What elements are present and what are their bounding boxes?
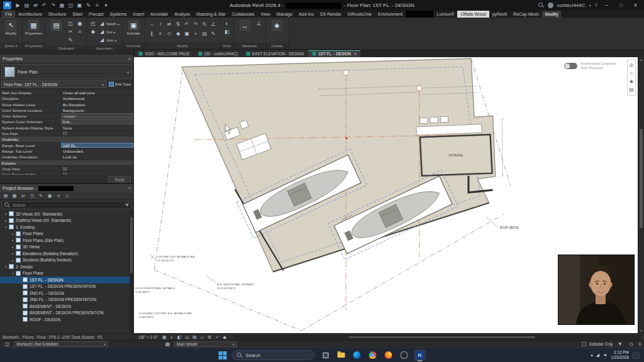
expander-icon[interactable] (11, 232, 15, 236)
cope-icon[interactable]: ◰ (89, 20, 97, 28)
toolbar-icon[interactable]: ▦ (161, 334, 168, 340)
browser-search[interactable]: Search (2, 201, 131, 209)
expander-icon[interactable] (4, 265, 8, 268)
ribbon-tab[interactable]: Lumion® (433, 11, 457, 18)
survey-point[interactable] (346, 138, 348, 140)
ribbon-tab[interactable]: Add-Ins (296, 11, 317, 18)
property-row[interactable]: Range: Base Level1ST FL. (0, 143, 133, 148)
scroll-up-icon[interactable]: ▲ (638, 58, 644, 62)
toolbar-icon[interactable]: ▾ (102, 1, 110, 9)
ribbon-tab[interactable]: pyRevit (489, 11, 510, 18)
property-row[interactable]: System Color SchemesEdit... (0, 119, 133, 124)
toolbar-icon[interactable]: ▶ (14, 1, 22, 9)
type-selector-chevron-icon[interactable] (127, 70, 129, 74)
ribbon-tab[interactable]: Precast (86, 11, 107, 18)
toolbar-icon[interactable]: ≡ (157, 30, 165, 38)
ribbon-tab[interactable]: Environment (375, 11, 406, 18)
ribbon-tab[interactable]: Annotate (147, 11, 171, 18)
ribbon-tab[interactable]: Architecture (15, 11, 45, 18)
toolbar-icon[interactable]: ⚙ (206, 334, 213, 340)
ribbon-tab[interactable]: File (2, 11, 15, 18)
hide-icon[interactable]: ◐ (223, 20, 231, 28)
paint-icon[interactable]: ◆ (89, 28, 97, 36)
properties-button[interactable]: ▦ Properties (25, 19, 42, 35)
toolbar-icon[interactable]: ▦ (11, 193, 18, 199)
geometry-tool-button[interactable]: ◢Notch (99, 20, 119, 28)
toolbar-icon[interactable]: ◆ (221, 334, 228, 340)
toolbar-icon[interactable]: × (192, 30, 200, 38)
toolbar-icon[interactable]: ▤ (23, 1, 31, 9)
ribbon-tab[interactable]: Steel (69, 11, 86, 18)
toolbar-icon[interactable]: ⇄ (31, 1, 40, 9)
taskbar-app-icon[interactable] (320, 349, 331, 361)
toolbar-icon[interactable]: ▤ (201, 30, 209, 38)
toggle-pill-icon[interactable] (564, 63, 577, 69)
browser-tree-item[interactable]: Sections (Building Section) (0, 257, 133, 264)
toolbar-icon[interactable]: ⌂ (628, 70, 635, 77)
toolbar-icon[interactable]: ≡ (93, 1, 101, 9)
toolbar-icon[interactable]: ↶ (40, 1, 48, 9)
view-tab[interactable]: 1ST FL. - DESIGN (308, 50, 360, 57)
browser-tree-item[interactable]: BASEMENT - DESIGN (0, 303, 133, 310)
toolbar-icon[interactable]: ◇ (199, 334, 206, 340)
browser-tree-item[interactable]: 2. Design (0, 263, 133, 270)
ribbon-tab[interactable]: Systems (107, 11, 130, 18)
geometry-tool-button[interactable]: ◢Join (99, 36, 119, 44)
modify-button[interactable]: ↖ Modify (3, 19, 19, 35)
browser-tree-item[interactable]: ROOF - DESIGN (0, 316, 133, 323)
property-row[interactable]: Default Analysis Display StyleNone (0, 125, 133, 131)
taskbar-app-icon[interactable] (352, 349, 363, 361)
tree-scrollbar[interactable] (130, 209, 133, 333)
workset-dropdown[interactable]: Workset1 (Not Editable) (14, 341, 108, 347)
expander-icon[interactable] (11, 251, 15, 255)
filter-funnel-icon[interactable] (125, 204, 129, 207)
taskbar-app-icon[interactable] (383, 349, 394, 361)
browser-tree-item[interactable]: BASEMENT - DESIGN PRESENTATION (0, 310, 133, 317)
toolbar-icon[interactable]: ◆ (174, 30, 182, 38)
taskbar-app-icon[interactable] (367, 349, 379, 361)
toolbar-icon[interactable]: ↷ (49, 1, 57, 9)
create-group-button[interactable]: ◈ (269, 19, 286, 31)
ribbon-tab[interactable]: Insert (130, 11, 148, 18)
browser-tree-item[interactable]: Floor Plans (0, 270, 133, 277)
taskbar-app-icon[interactable] (336, 349, 347, 361)
property-row[interactable]: Color Scheme<none> (0, 113, 133, 119)
copy-icon[interactable]: ◫ (67, 20, 74, 28)
toolbar-icon[interactable]: ↻ (201, 20, 209, 28)
property-value[interactable]: None (61, 125, 133, 130)
toolbar-icon[interactable]: ▣ (47, 193, 53, 199)
browser-tree-item[interactable]: Elevations (Building Elevation) (0, 250, 133, 257)
property-row[interactable]: Underlay (0, 136, 133, 142)
tray-icon[interactable]: ▴ (591, 353, 593, 358)
toolbar-icon[interactable]: ◧ (176, 334, 183, 340)
toolbar-icon[interactable]: ◫ (67, 1, 75, 9)
taskbar-app-icon[interactable] (414, 349, 426, 361)
ribbon-tab[interactable]: Structure (45, 11, 69, 18)
toolbar-icon[interactable]: ⇄ (165, 20, 174, 28)
drawing-canvas[interactable]: STORAGE BOAT SLI (134, 57, 644, 333)
ribbon-tab[interactable]: Analyze (171, 11, 193, 18)
browser-tree-item[interactable]: Floor Plans (0, 231, 133, 238)
activate-controls-button[interactable]: ▣ Activate (125, 19, 142, 35)
toolbar-icon[interactable]: ◎ (184, 334, 191, 340)
ribbon-tab[interactable]: Manage (274, 11, 296, 18)
toolbar-icon[interactable]: ▣ (183, 30, 191, 38)
property-value[interactable]: Edit... (61, 119, 133, 124)
property-value[interactable]: Look up (61, 154, 133, 159)
ribbon-tab[interactable]: Massing & Site (193, 11, 229, 18)
start-button[interactable] (219, 351, 227, 359)
expander-icon[interactable] (11, 238, 15, 242)
maximize-button[interactable] (616, 3, 626, 8)
panel-label[interactable]: Select (0, 43, 22, 49)
property-value[interactable]: Background (61, 107, 133, 112)
taskbar-app-icon[interactable] (399, 349, 410, 361)
match-type-icon[interactable]: ✎ (67, 36, 74, 44)
browser-tree-item[interactable]: Floor Plans (Site Plan) (0, 237, 133, 244)
property-row[interactable]: Range: Top LevelUnbounded (0, 148, 133, 154)
property-row[interactable]: Extents (0, 160, 133, 166)
type-selector[interactable]: Floor Plan (1, 64, 132, 79)
tray-icon[interactable]: ◄ (602, 353, 607, 358)
account-chevron-icon[interactable] (589, 3, 591, 8)
ribbon-tab[interactable] (406, 11, 433, 18)
expander-icon[interactable] (11, 245, 15, 249)
